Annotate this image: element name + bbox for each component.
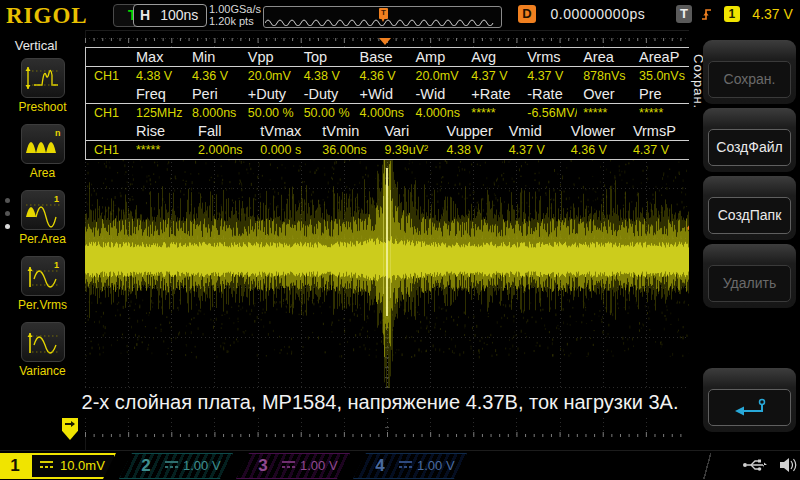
menu-button-new-file[interactable]: СоздФайл — [703, 108, 796, 172]
preshoot-icon — [21, 58, 65, 98]
top-status-bar: RIGOL T'D H100ns 1.00GSa/s 1.20k pts T D… — [0, 0, 800, 31]
sidebar-title: Vertical — [0, 38, 72, 53]
dc-coupling-icon — [40, 461, 53, 470]
back-arrow-icon — [730, 397, 770, 419]
sidebar-item-preshoot[interactable]: Preshoot — [0, 58, 85, 114]
delay-value: 0.00000000ps — [550, 6, 645, 22]
delay-badge: D — [518, 5, 536, 23]
sidebar-item-area[interactable]: n Area — [0, 124, 85, 180]
per-area-icon: 1 — [21, 190, 65, 230]
sample-rate: 1.00GSa/s — [209, 3, 261, 15]
table-value-row: CH1 ***** 2.000ns 0.000 s 36.00ns 9.39uV… — [86, 141, 689, 160]
rigol-logo: RIGOL — [6, 3, 88, 29]
sidebar-item-per-vrms[interactable]: 1 Per.Vrms — [0, 256, 85, 312]
status-icons — [742, 456, 798, 478]
sidebar-item-label: Per.Area — [0, 232, 85, 246]
channel-status-bar: 1 10.0mV 2 1.00 V 3 1.00 V 4 1.00 V — [0, 450, 800, 480]
channel-label: CH1 — [86, 141, 130, 160]
channel-scale: 1.00 V — [183, 453, 221, 479]
status-divider — [700, 453, 714, 479]
svg-text:n: n — [55, 128, 61, 138]
sidebar-item-variance[interactable]: Variance — [0, 322, 85, 378]
channel-number: 4 — [365, 453, 395, 479]
variance-icon — [21, 322, 65, 362]
rising-edge-icon — [701, 6, 714, 22]
svg-text:1: 1 — [54, 260, 59, 270]
channel-scale: 10.0mV — [60, 453, 105, 479]
measurement-table: Max Min Vpp Top Base Amp Avg Vrms Area A… — [85, 47, 690, 160]
measurement-sidebar: Vertical Preshoot n Area 1 Per.Area 1 Pe… — [0, 30, 86, 450]
trigger-position-marker[interactable] — [379, 38, 391, 45]
sidebar-item-per-area[interactable]: 1 Per.Area — [0, 190, 85, 246]
page-dot-active — [5, 224, 10, 229]
dc-coupling-icon — [399, 461, 412, 470]
channel-scale: 1.00 V — [417, 453, 455, 479]
waveform-display: Max Min Vpp Top Base Amp Avg Vrms Area A… — [85, 38, 689, 437]
oscilloscope-screen: RIGOL T'D H100ns 1.00GSa/s 1.20k pts T D… — [0, 0, 800, 480]
channel-label: CH1 — [86, 67, 130, 86]
trigger-readout: T 1 4.37 V — [676, 4, 793, 26]
speaker-icon — [778, 456, 798, 474]
table-header-row: Max Min Vpp Top Base Amp Avg Vrms Area A… — [86, 48, 689, 67]
memory-depth: 1.20k pts — [209, 15, 261, 27]
h-label: H — [134, 7, 150, 23]
menu-button-save[interactable]: Сохран. — [703, 40, 796, 104]
softkey-menu: Сохран. Сохран. СоздФайл СоздПапк Удалит… — [689, 30, 800, 450]
menu-button-new-folder[interactable]: СоздПапк — [703, 176, 796, 240]
memory-trigger-marker: T — [379, 8, 388, 19]
channel-scale: 1.00 V — [300, 453, 338, 479]
table-value-row: CH1 4.38 V 4.36 V 20.0mV 4.38 V 4.36 V 2… — [86, 67, 689, 86]
dc-coupling-icon — [165, 461, 178, 470]
trigger-badge: T — [676, 5, 692, 23]
per-vrms-icon: 1 — [21, 256, 65, 296]
menu-button-back[interactable] — [703, 368, 796, 432]
table-header-row: Rise Fall tVmax tVmin Vari Vupper Vmid V… — [86, 122, 689, 141]
sidebar-item-label: Per.Vrms — [0, 298, 85, 312]
acquisition-info: 1.00GSa/s 1.20k pts — [209, 3, 261, 27]
page-dot — [5, 198, 10, 203]
menu-button-delete[interactable]: Удалить — [703, 244, 796, 308]
svg-text:1: 1 — [54, 194, 59, 204]
channel4-block[interactable]: 4 1.00 V — [353, 453, 467, 479]
timebase-value: 100ns — [150, 7, 198, 23]
dc-coupling-icon — [282, 461, 295, 470]
sidebar-item-label: Variance — [0, 364, 85, 378]
horizontal-timebase-box: H100ns — [133, 4, 207, 27]
channel3-block[interactable]: 3 1.00 V — [236, 453, 350, 479]
page-dot — [5, 211, 10, 216]
table-header-row: Freq Peri +Duty -Duty +Wid -Wid +Rate -R… — [86, 85, 689, 104]
channel-number: 3 — [248, 453, 278, 479]
trigger-source-badge: 1 — [724, 6, 740, 22]
area-icon: n — [21, 124, 65, 164]
memory-position-bar: T — [263, 6, 502, 28]
channel-number: 2 — [131, 453, 161, 479]
usb-icon — [742, 456, 768, 474]
table-value-row: CH1 125MHz 8.000ns 50.00 % 50.00 % 4.000… — [86, 104, 689, 123]
channel-number: 1 — [0, 453, 30, 479]
sidebar-item-label: Preshoot — [0, 100, 85, 114]
channel2-block[interactable]: 2 1.00 V — [119, 453, 233, 479]
trigger-level-value: 4.37 V — [752, 6, 792, 22]
channel1-block[interactable]: 1 10.0mV — [0, 453, 116, 479]
channel-label: CH1 — [86, 104, 130, 123]
annotation-text: 2-х слойная плата, MP1584, напряжение 4.… — [50, 388, 710, 418]
sidebar-item-label: Area — [0, 166, 85, 180]
delay-readout: D 0.00000000ps — [518, 4, 645, 26]
